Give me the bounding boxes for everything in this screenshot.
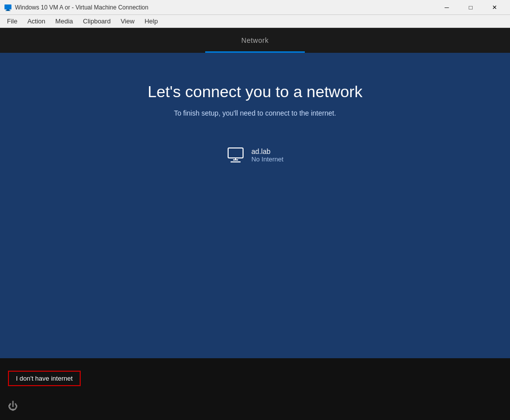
network-computer-icon (227, 146, 245, 164)
no-internet-button[interactable]: I don't have internet (8, 371, 81, 386)
title-bar-left: Windows 10 VM A or - Virtual Machine Con… (4, 3, 148, 11)
maximize-button[interactable]: □ (459, 0, 482, 15)
main-content: Let's connect you to a network To finish… (0, 53, 510, 358)
network-status: No Internet (252, 155, 283, 163)
menu-media[interactable]: Media (50, 15, 78, 27)
menu-help[interactable]: Help (139, 15, 163, 27)
network-name: ad.lab (252, 147, 283, 155)
window-controls: ─ □ ✕ (435, 0, 506, 15)
network-info: ad.lab No Internet (252, 147, 283, 163)
vm-icon (4, 3, 12, 11)
svg-rect-0 (4, 4, 11, 9)
svg-rect-3 (228, 148, 243, 158)
vm-bottom-bar: I don't have internet (0, 358, 510, 398)
network-item[interactable]: ad.lab No Internet (221, 142, 289, 168)
close-button[interactable]: ✕ (483, 0, 506, 15)
main-heading: Let's connect you to a network (147, 83, 362, 101)
title-bar: Windows 10 VM A or - Virtual Machine Con… (0, 0, 510, 15)
svg-rect-1 (6, 9, 9, 10)
menu-file[interactable]: File (2, 15, 22, 27)
main-subheading: To finish setup, you'll need to connect … (174, 109, 336, 117)
menu-bar: File Action Media Clipboard View Help (0, 15, 510, 28)
vm-control-area: ⏻ (0, 398, 510, 420)
menu-view[interactable]: View (116, 15, 139, 27)
window-title: Windows 10 VM A or - Virtual Machine Con… (15, 4, 148, 11)
network-title: Network (242, 36, 269, 44)
back-icon[interactable]: ⏻ (8, 401, 18, 412)
menu-action[interactable]: Action (22, 15, 50, 27)
monitor-icon (227, 146, 245, 164)
minimize-button[interactable]: ─ (435, 0, 458, 15)
svg-rect-2 (5, 10, 10, 11)
vm-window: Network Let's connect you to a network T… (0, 28, 510, 398)
network-header: Network (0, 28, 510, 53)
menu-clipboard[interactable]: Clipboard (78, 15, 116, 27)
